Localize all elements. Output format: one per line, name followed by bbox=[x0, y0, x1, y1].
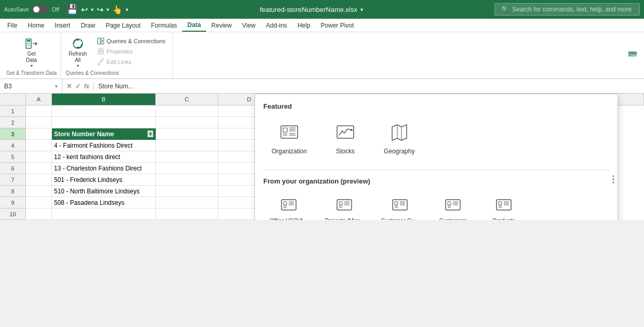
scroll-dots bbox=[612, 175, 614, 184]
title-bar-left: AutoSave Off 💾 ↩ ▾ ↪ ▾ 👆 ▾ bbox=[4, 4, 128, 15]
redo-dropdown-icon[interactable]: ▾ bbox=[106, 7, 109, 12]
touch-icon[interactable]: 👆 bbox=[112, 5, 123, 15]
cell-c6[interactable] bbox=[156, 163, 218, 174]
cell-a8[interactable] bbox=[26, 186, 52, 197]
more-icon[interactable]: ▾ bbox=[126, 7, 128, 12]
org-item-office-vso[interactable]: Office VSO/A... bbox=[263, 191, 314, 220]
refresh-all-label: RefreshAll bbox=[69, 51, 87, 63]
row-header-10[interactable]: 10 bbox=[0, 208, 26, 220]
cancel-formula-icon[interactable]: ✕ bbox=[66, 82, 72, 90]
search-placeholder: Search for commands, text, help, and mor… bbox=[512, 6, 632, 13]
cell-b6[interactable]: 13 - Charleston Fashions Direct bbox=[52, 163, 156, 174]
svg-rect-31 bbox=[284, 202, 287, 205]
menu-addins[interactable]: Add-ins bbox=[261, 19, 292, 32]
group-queries-label: Queries & Connections bbox=[65, 70, 119, 77]
cell-a6[interactable] bbox=[26, 163, 52, 174]
cell-a9[interactable] bbox=[26, 197, 52, 208]
cell-c8[interactable] bbox=[156, 186, 218, 197]
featured-item-organization[interactable]: Organization bbox=[263, 116, 315, 159]
cell-c9[interactable] bbox=[156, 197, 218, 208]
dropdown-arrow-b3[interactable]: ▾ bbox=[147, 130, 153, 137]
undo-icon[interactable]: ↩ bbox=[81, 5, 88, 15]
row-header-3[interactable]: 3 bbox=[0, 128, 26, 140]
col-header-a[interactable]: A bbox=[26, 94, 52, 105]
menu-view[interactable]: View bbox=[237, 19, 261, 32]
cell-a2[interactable] bbox=[26, 117, 52, 128]
name-box-arrow[interactable]: ▾ bbox=[55, 84, 58, 89]
cell-c2[interactable] bbox=[156, 117, 218, 128]
filename: featured-storeNumberName.xlsx bbox=[260, 6, 357, 14]
menu-formulas[interactable]: Formulas bbox=[146, 19, 182, 32]
row-header-5[interactable]: 5 bbox=[0, 151, 26, 163]
cell-a3[interactable] bbox=[26, 128, 52, 140]
cell-a5[interactable] bbox=[26, 151, 52, 163]
refresh-all-button[interactable]: RefreshAll ▾ bbox=[65, 34, 90, 70]
cell-a1[interactable] bbox=[26, 106, 52, 117]
properties-button[interactable]: Properties bbox=[94, 47, 168, 56]
org-item-customers[interactable]: Customers bbox=[430, 191, 476, 220]
filename-arrow[interactable]: ▾ bbox=[360, 7, 363, 12]
autosave-toggle[interactable] bbox=[32, 5, 49, 14]
svg-rect-59 bbox=[499, 202, 502, 205]
confirm-formula-icon[interactable]: ✓ bbox=[75, 82, 81, 90]
ribbon-group-content-queries: RefreshAll ▾ Queries & Connections bbox=[65, 34, 168, 70]
get-data-icon bbox=[24, 36, 39, 51]
cell-b5[interactable]: 12 - kent fashions direct bbox=[52, 151, 156, 163]
cell-b9[interactable]: 508 - Pasadena Lindseys bbox=[52, 197, 156, 208]
search-box[interactable]: 🔍 Search for commands, text, help, and m… bbox=[494, 3, 640, 16]
cell-b3-value: Store Number Name bbox=[54, 130, 147, 138]
org-item-products[interactable]: Products bbox=[480, 191, 527, 220]
menu-page-layout[interactable]: Page Layout bbox=[100, 19, 145, 32]
menu-insert[interactable]: Insert bbox=[49, 19, 75, 32]
menu-help[interactable]: Help bbox=[292, 19, 316, 32]
cell-c5[interactable] bbox=[156, 151, 218, 163]
cell-b8[interactable]: 510 - North Baltimore Lindseys bbox=[52, 186, 156, 197]
row-header-1[interactable]: 1 bbox=[0, 106, 26, 117]
cell-a7[interactable] bbox=[26, 174, 52, 186]
featured-item-stocks[interactable]: Stocks bbox=[326, 116, 365, 159]
cell-b7[interactable]: 501 - Frederick Lindseys bbox=[52, 174, 156, 186]
cell-c10[interactable] bbox=[156, 208, 218, 220]
row-header-4[interactable]: 4 bbox=[0, 140, 26, 151]
org-items: Office VSO/A... bbox=[263, 191, 609, 220]
col-header-b[interactable]: B bbox=[52, 94, 156, 105]
row-header-6[interactable]: 6 bbox=[0, 163, 26, 174]
queries-connections-label: Queries & Connections bbox=[106, 38, 165, 44]
row-header-7[interactable]: 7 bbox=[0, 174, 26, 186]
cell-a4[interactable] bbox=[26, 140, 52, 151]
menu-file[interactable]: File bbox=[2, 19, 22, 32]
function-icon[interactable]: fx bbox=[84, 82, 89, 90]
office-vso-label: Office VSO/A... bbox=[270, 217, 308, 220]
get-data-button[interactable]: GetData ▾ bbox=[21, 34, 42, 70]
cell-c7[interactable] bbox=[156, 174, 218, 186]
menu-home[interactable]: Home bbox=[22, 19, 49, 32]
cell-b1[interactable] bbox=[52, 106, 156, 117]
cell-b3[interactable]: Store Number Name ▾ bbox=[52, 128, 156, 140]
cell-b4[interactable]: 4 - Fairmont Fashions Direct bbox=[52, 140, 156, 151]
cell-c4[interactable] bbox=[156, 140, 218, 151]
undo-dropdown-icon[interactable]: ▾ bbox=[91, 7, 93, 12]
col-header-c[interactable]: C bbox=[156, 94, 218, 105]
row-header-9[interactable]: 9 bbox=[0, 197, 26, 208]
menu-data[interactable]: Data bbox=[182, 19, 206, 32]
redo-icon[interactable]: ↪ bbox=[97, 5, 103, 15]
featured-item-geography[interactable]: Geography bbox=[375, 116, 423, 159]
cell-c3[interactable] bbox=[156, 128, 218, 140]
row-header-2[interactable]: 2 bbox=[0, 117, 26, 128]
svg-rect-45 bbox=[395, 202, 398, 205]
menu-powerpivot[interactable]: Power Pivot bbox=[315, 19, 359, 32]
cell-a10[interactable] bbox=[26, 208, 52, 220]
org-item-projects[interactable]: Projects (Micr... bbox=[318, 191, 370, 220]
edit-links-button[interactable]: Edit Links bbox=[94, 57, 168, 67]
cell-b2[interactable] bbox=[52, 117, 156, 128]
menu-draw[interactable]: Draw bbox=[75, 19, 100, 32]
projects-icon bbox=[335, 195, 354, 214]
save-icon[interactable]: 💾 bbox=[66, 4, 78, 15]
org-item-customer-cu[interactable]: Customer Cu... bbox=[374, 191, 425, 220]
cell-c1[interactable] bbox=[156, 106, 218, 117]
cell-b10[interactable] bbox=[52, 208, 156, 220]
menu-review[interactable]: Review bbox=[206, 19, 237, 32]
queries-connections-button[interactable]: Queries & Connections bbox=[94, 36, 168, 46]
org-section: From your organization (preview) bbox=[263, 177, 609, 220]
row-header-8[interactable]: 8 bbox=[0, 186, 26, 197]
